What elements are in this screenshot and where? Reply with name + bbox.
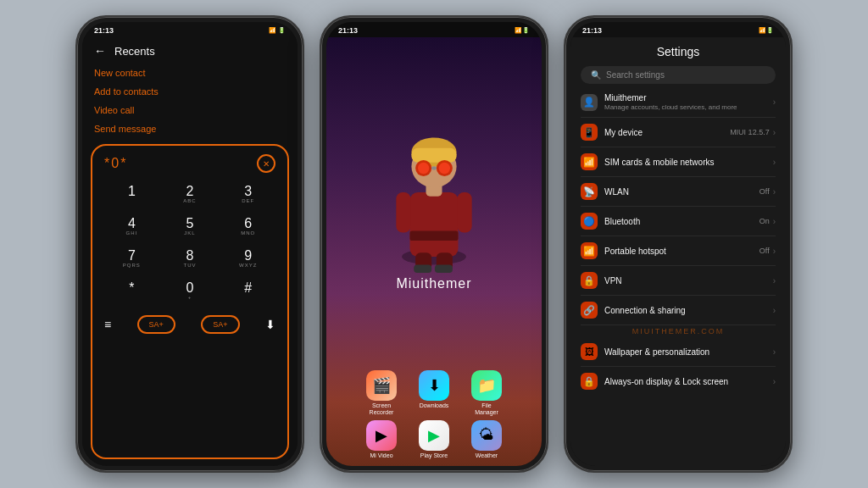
wallpaper-icon: 🖼 — [581, 343, 598, 360]
chevron-icon: › — [773, 276, 776, 286]
menu-icon[interactable]: ≡ — [104, 318, 111, 331]
key-hash[interactable]: # — [220, 276, 275, 305]
svg-rect-16 — [414, 265, 431, 274]
key-9-letters: WXYZ — [239, 263, 257, 268]
settings-item-miuithemer[interactable]: 👤 Miuithemer Manage accounts, cloud serv… — [570, 87, 786, 117]
bluetooth-icon: 🔵 — [581, 213, 598, 230]
wlan-text: WLAN — [604, 187, 753, 197]
search-icon: 🔍 — [591, 70, 601, 80]
menu-item-new-contact[interactable]: New contact — [94, 68, 286, 78]
wlan-icon: 📡 — [581, 183, 598, 200]
wallpaper-text: Wallpaper & personalization — [604, 347, 766, 357]
sa-button-1[interactable]: SA+ — [137, 315, 175, 334]
settings-item-simcards[interactable]: 📶 SIM cards & mobile networks › — [570, 147, 786, 176]
menu-item-send-message[interactable]: Send message — [94, 124, 286, 134]
bluetooth-text: Bluetooth — [604, 217, 753, 226]
key-2-letters: ABC — [183, 198, 196, 203]
delete-button[interactable]: ✕ — [257, 154, 275, 173]
hotspot-label: Portable hotspot — [604, 247, 753, 256]
menu-item-add-contact[interactable]: Add to contacts — [94, 86, 286, 97]
app-weather[interactable]: 🌤 Weather — [465, 420, 509, 459]
phones-container: 21:13 📶 🔋 ← Recents New contact Add to c… — [67, 7, 801, 481]
file-manager-label: FileManager — [475, 402, 498, 417]
wallpaper-right: › — [773, 347, 776, 357]
app-downloads[interactable]: ⬇ Downloads — [412, 370, 456, 417]
phone1: 21:13 📶 🔋 ← Recents New contact Add to c… — [75, 15, 304, 473]
screen-recorder-icon: 🎬 — [366, 370, 397, 401]
key-9[interactable]: 9 WXYZ — [220, 244, 275, 273]
key-3-letters: DEF — [242, 198, 254, 203]
connection-label: Connection & sharing — [604, 306, 766, 315]
settings-item-connection[interactable]: 🔗 Connection & sharing › — [570, 296, 786, 324]
svg-rect-2 — [410, 231, 459, 241]
down-icon[interactable]: ⬇ — [265, 318, 275, 331]
settings-item-mydevice[interactable]: 📱 My device MIUI 12.5.7 › — [570, 118, 786, 147]
settings-item-hotspot[interactable]: 📶 Portable hotspot Off › — [570, 236, 786, 265]
status-icons-phone1: 📶 🔋 — [269, 27, 286, 34]
app-mi-video[interactable]: ▶ Mi Video — [359, 420, 403, 459]
chevron-icon: › — [773, 128, 776, 137]
app-row-2: ▶ Mi Video ▶ Play Store 🌤 Weather — [335, 420, 533, 459]
app-screen-recorder[interactable]: 🎬 ScreenRecorder — [359, 370, 403, 417]
search-bar[interactable]: 🔍 Search settings — [581, 66, 776, 84]
app-play-store[interactable]: ▶ Play Store — [412, 420, 456, 459]
key-8[interactable]: 8 TUV — [163, 244, 218, 273]
key-1[interactable]: 1 — [104, 180, 159, 208]
svg-rect-1 — [410, 192, 459, 257]
svg-rect-4 — [458, 192, 472, 233]
svg-rect-17 — [435, 265, 453, 274]
aod-icon: 🔒 — [581, 373, 598, 390]
dialer-display: *0* ✕ — [104, 154, 275, 173]
mydevice-right: MIUI 12.5.7 › — [730, 128, 776, 137]
app-file-manager[interactable]: 📁 FileManager — [465, 370, 509, 417]
key-4-num: 4 — [128, 217, 136, 230]
mydevice-label: My device — [604, 128, 723, 137]
key-0[interactable]: 0 + — [163, 276, 218, 305]
phone3: 21:13 📶🔋 Settings 🔍 Search settings 👤 — [564, 15, 793, 473]
chevron-icon: › — [773, 97, 776, 107]
chevron-icon: › — [773, 306, 776, 315]
key-6[interactable]: 6 MNO — [220, 212, 275, 241]
key-5[interactable]: 5 JKL — [163, 212, 218, 241]
sa-button-2[interactable]: SA+ — [201, 315, 239, 334]
mi-video-icon: ▶ — [366, 420, 397, 451]
settings-item-wlan[interactable]: 📡 WLAN Off › — [570, 177, 786, 206]
key-5-letters: JKL — [184, 230, 195, 236]
wallpaper-label: Wallpaper & personalization — [604, 347, 766, 357]
downloads-label: Downloads — [420, 402, 449, 409]
key-7[interactable]: 7 PQRS — [104, 244, 159, 273]
settings-item-vpn[interactable]: 🔒 VPN › — [570, 266, 786, 295]
recents-title: Recents — [114, 45, 155, 58]
settings-item-aod[interactable]: 🔒 Always-on display & Lock screen › — [570, 367, 786, 396]
settings-item-bluetooth[interactable]: 🔵 Bluetooth On › — [570, 207, 786, 236]
chevron-icon: › — [773, 187, 776, 197]
key-8-num: 8 — [186, 249, 194, 263]
status-icons-phone2: 📶🔋 — [515, 27, 530, 34]
mydevice-icon: 📱 — [581, 124, 598, 141]
menu-item-video-call[interactable]: Video call — [94, 105, 286, 115]
play-store-label: Play Store — [420, 452, 448, 459]
vpn-icon: 🔒 — [581, 272, 598, 289]
dialer-area: *0* ✕ 1 2 ABC 3 — [91, 144, 289, 459]
watermark: MIUITHEMER.COM — [570, 325, 786, 337]
settings-item-wallpaper[interactable]: 🖼 Wallpaper & personalization › — [570, 337, 786, 366]
svg-point-11 — [418, 163, 429, 174]
simcards-right: › — [773, 158, 776, 167]
chevron-icon: › — [773, 377, 776, 386]
chevron-icon: › — [773, 347, 776, 357]
bluetooth-right: On › — [760, 217, 776, 226]
aod-right: › — [773, 377, 776, 386]
key-4-letters: GHI — [125, 230, 137, 236]
key-4[interactable]: 4 GHI — [104, 212, 159, 241]
hotspot-icon: 📶 — [581, 242, 598, 259]
miuithemer-text: Miuithemer Manage accounts, cloud servic… — [604, 93, 766, 111]
key-2[interactable]: 2 ABC — [163, 180, 218, 208]
status-bar-phone2: 21:13 📶🔋 — [326, 22, 542, 37]
back-button[interactable]: ← — [94, 44, 106, 58]
key-8-letters: TUV — [183, 263, 196, 268]
status-bar-phone3: 21:13 📶🔋 — [570, 22, 786, 37]
key-star[interactable]: * — [104, 276, 159, 305]
miuithemer-sublabel: Manage accounts, cloud services, and mor… — [604, 103, 766, 111]
key-3[interactable]: 3 DEF — [220, 180, 275, 208]
chevron-icon: › — [773, 247, 776, 256]
